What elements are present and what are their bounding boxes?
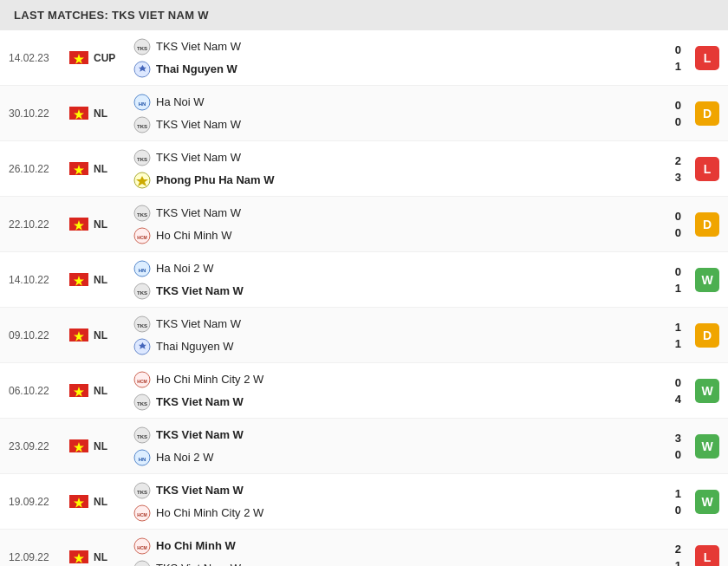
score-home: 0 [675, 43, 681, 56]
team-name-away: TKS Viet Nam W [156, 562, 241, 566]
svg-text:TKS: TKS [137, 401, 147, 407]
teams-column: HCM Ho Chi Minh W TKS TKS Viet Nam W [133, 536, 647, 567]
team-name-away: Ha Noi 2 W [156, 451, 213, 464]
competition-type: CUP [94, 52, 125, 64]
svg-text:HCM: HCM [137, 235, 146, 240]
competition-type: NL [94, 551, 125, 563]
team-name-home: TKS Viet Nam W [156, 40, 241, 53]
team-logo-away: TKS [133, 283, 151, 300]
svg-text:TKS: TKS [137, 157, 147, 162]
header: LAST MATCHES: TKS VIET NAM W [0, 0, 728, 30]
team-row-home: TKS TKS Viet Nam W [133, 203, 647, 224]
result-badge: D [695, 101, 719, 126]
match-row: 14.02.23 CUP TKS TKS Viet Nam W Thai Ngu… [0, 30, 728, 86]
team-row-away: Thai Nguyen W [133, 336, 647, 357]
team-name-home: Ha Noi 2 W [156, 262, 213, 275]
team-logo-away [133, 338, 151, 355]
competition-type: NL [94, 440, 125, 452]
teams-column: HCM Ho Chi Minh City 2 W TKS TKS Viet Na… [133, 369, 647, 413]
team-row-home: TKS TKS Viet Nam W [133, 425, 647, 446]
team-row-home: TKS TKS Viet Nam W [133, 480, 647, 501]
score-home: 0 [675, 99, 681, 112]
score-away: 1 [675, 282, 681, 295]
score-away: 0 [675, 448, 681, 461]
match-date: 30.10.22 [9, 107, 69, 120]
team-logo-home: HCM [133, 371, 151, 388]
match-row: 09.10.22 NL TKS TKS Viet Nam W Thai Nguy… [0, 308, 728, 363]
competition-type: NL [94, 385, 125, 397]
teams-column: TKS TKS Viet Nam W HN Ha Noi 2 W [133, 425, 647, 468]
result-badge: D [695, 212, 719, 237]
team-row-away: HCM Ho Chi Minh W [133, 225, 647, 246]
match-row: 12.09.22 NL HCM Ho Chi Minh W TKS TKS Vi… [0, 530, 728, 566]
team-row-away: TKS TKS Viet Nam W [133, 558, 647, 567]
team-name-home: Ho Chi Minh W [156, 539, 236, 552]
svg-text:HN: HN [139, 268, 146, 273]
country-flag [69, 329, 88, 342]
team-logo-away: TKS [133, 560, 151, 567]
team-row-away: HCM Ho Chi Minh City 2 W [133, 503, 647, 524]
score-away: 0 [675, 226, 681, 239]
team-row-home: HCM Ho Chi Minh W [133, 536, 647, 556]
svg-text:HN: HN [139, 457, 146, 462]
svg-text:HCM: HCM [137, 512, 146, 517]
score-home: 0 [675, 376, 681, 389]
team-logo-away: HCM [133, 504, 151, 522]
svg-text:TKS: TKS [137, 323, 147, 329]
svg-text:TKS: TKS [137, 290, 147, 296]
team-row-home: TKS TKS Viet Nam W [133, 314, 647, 335]
match-date: 22.10.22 [9, 218, 69, 231]
result-badge: W [695, 379, 719, 403]
team-logo-away: HCM [133, 227, 151, 244]
team-name-home: Ho Chi Minh City 2 W [156, 373, 263, 386]
svg-text:TKS: TKS [137, 212, 147, 218]
result-badge: L [695, 46, 719, 70]
team-logo-home: TKS [133, 482, 151, 499]
match-date: 23.09.22 [9, 440, 69, 452]
result-badge: D [695, 323, 719, 348]
competition-type: NL [94, 107, 125, 120]
match-date: 14.10.22 [9, 274, 69, 286]
match-row: 06.10.22 NL HCM Ho Chi Minh City 2 W TKS… [0, 363, 728, 419]
team-row-away: HN Ha Noi 2 W [133, 447, 647, 468]
svg-point-58 [134, 561, 150, 567]
result-badge: W [695, 490, 719, 514]
scores-column: 0 1 [647, 265, 681, 295]
match-date: 19.09.22 [9, 496, 69, 508]
scores-column: 1 0 [647, 487, 681, 517]
competition-type: NL [94, 496, 125, 508]
match-date: 12.09.22 [9, 551, 69, 563]
svg-text:TKS: TKS [137, 46, 147, 51]
match-row: 14.10.22 NL HN Ha Noi 2 W TKS TKS Viet N… [0, 252, 728, 308]
team-name-away: TKS Viet Nam W [156, 395, 244, 408]
teams-column: TKS TKS Viet Nam W Thai Nguyen W [133, 36, 647, 80]
team-logo-home: HN [133, 260, 151, 277]
competition-type: NL [94, 274, 125, 286]
score-away: 4 [675, 393, 681, 406]
match-row: 23.09.22 NL TKS TKS Viet Nam W HN Ha Noi… [0, 419, 728, 474]
competition-type: NL [94, 218, 125, 231]
country-flag [69, 107, 88, 120]
score-away: 1 [675, 337, 681, 350]
country-flag [69, 495, 88, 508]
score-home: 0 [675, 265, 681, 278]
teams-column: HN Ha Noi W TKS TKS Viet Nam W [133, 92, 647, 135]
team-logo-home: TKS [133, 426, 151, 444]
teams-column: HN Ha Noi 2 W TKS TKS Viet Nam W [133, 258, 647, 302]
scores-column: 0 1 [647, 43, 681, 73]
team-logo-away: TKS [133, 394, 151, 411]
score-home: 1 [675, 321, 681, 334]
score-home: 3 [675, 432, 681, 445]
team-row-home: HN Ha Noi W [133, 92, 647, 113]
team-row-away: Phong Phu Ha Nam W [133, 170, 647, 191]
team-row-home: TKS TKS Viet Nam W [133, 36, 647, 57]
scores-column: 1 1 [647, 321, 681, 350]
team-logo-home: TKS [133, 38, 151, 55]
team-name-home: TKS Viet Nam W [156, 151, 241, 164]
scores-column: 0 0 [647, 210, 681, 239]
scores-column: 2 3 [647, 154, 681, 184]
score-away: 0 [675, 115, 681, 128]
team-name-away: Ho Chi Minh W [156, 229, 231, 242]
scores-column: 3 0 [647, 432, 681, 461]
result-badge: W [695, 268, 719, 292]
